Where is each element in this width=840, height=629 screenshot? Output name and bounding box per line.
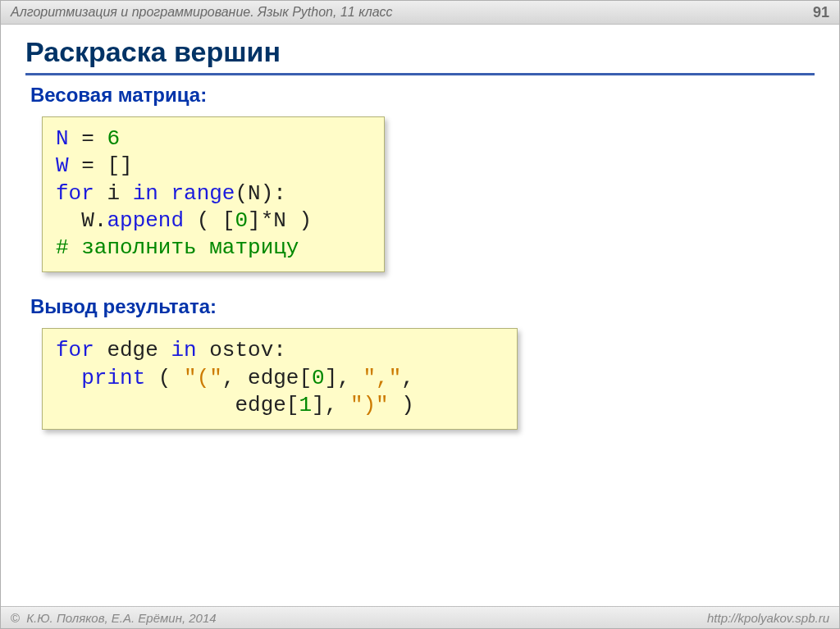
slide-title: Раскраска вершин: [25, 36, 815, 75]
code-block-weight-matrix: N = 6 W = [] for i in range(N): W.append…: [42, 116, 385, 272]
copyright: © К.Ю. Поляков, Е.А. Ерёмин, 2014: [11, 611, 217, 625]
code-block-output: for edge in ostov: print ( "(", edge[0],…: [42, 328, 518, 430]
code-lines-1: N = 6 W = [] for i in range(N): W.append…: [56, 125, 371, 262]
slide-body: Раскраска вершин Весовая матрица: N = 6 …: [1, 25, 839, 444]
copyright-icon: ©: [11, 611, 20, 625]
slide-header: Алгоритмизация и программирование. Язык …: [1, 1, 839, 25]
slide-footer: © К.Ю. Поляков, Е.А. Ерёмин, 2014 http:/…: [1, 606, 839, 628]
section-label-1: Весовая матрица:: [30, 84, 815, 107]
page-number: 91: [813, 4, 829, 21]
code-lines-2: for edge in ostov: print ( "(", edge[0],…: [56, 337, 504, 419]
copyright-text: К.Ю. Поляков, Е.А. Ерёмин, 2014: [26, 611, 216, 625]
course-topic: Алгоритмизация и программирование. Язык …: [11, 5, 393, 20]
section-label-2: Вывод результата:: [30, 295, 815, 318]
footer-url: http://kpolyakov.spb.ru: [707, 611, 829, 625]
